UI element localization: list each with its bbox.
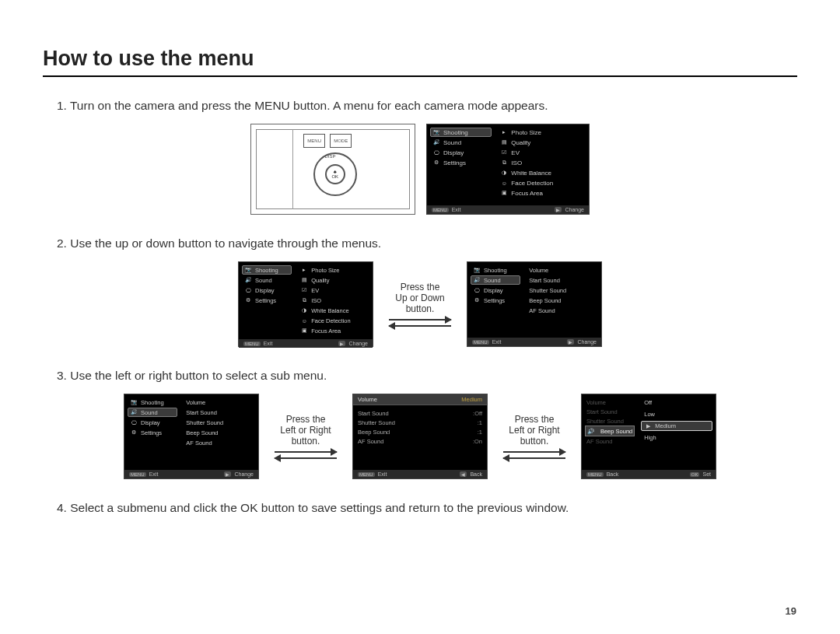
- page-title: How to use the menu: [43, 47, 797, 77]
- tab-sound: 🔊Sound: [430, 138, 492, 147]
- sub-photo-size: ▸Photo Size: [498, 128, 586, 137]
- lcd-screen-step3-c: Volume Start Sound Shutter Sound 🔊Beep S…: [581, 394, 716, 479]
- sub-start-sound: Start Sound: [527, 275, 598, 285]
- camera-drawing: MENU MODE DISP ♣ OK: [250, 124, 415, 215]
- menu-button-label: MENU: [303, 134, 325, 148]
- sub-focus: ▣Focus Area: [498, 188, 586, 198]
- camera-icon: 📷: [432, 129, 440, 135]
- guide-leftright-a: Press the Left or Right button.: [270, 414, 341, 459]
- guide-leftright-b: Press the Left or Right button.: [499, 414, 570, 459]
- lcd-header-volume: Volume Medium: [353, 394, 487, 405]
- speaker-icon: 🔊: [587, 428, 594, 435]
- tab-display: 🖵Display: [430, 148, 492, 157]
- display-icon: 🖵: [432, 149, 440, 156]
- ok-button-label: ♣ OK: [325, 164, 345, 184]
- step-1-text: 1. Turn on the camera and press the MENU…: [57, 99, 797, 113]
- lcd-screen-step3-a: 📷Shooting 🔊Sound 🖵Display ⚙Settings Volu…: [124, 394, 259, 479]
- step-4-text: 4. Select a submenu and click the OK but…: [57, 501, 797, 515]
- lcd-screen-step3-b: Volume Medium Start Sound:Off Shutter So…: [352, 394, 488, 479]
- step-2-row: 📷Shooting 🔊Sound 🖵Display ⚙Settings ▸Pho…: [43, 261, 797, 347]
- lcd-screen-step2-left: 📷Shooting 🔊Sound 🖵Display ⚙Settings ▸Pho…: [238, 261, 373, 347]
- dpad-icon: ♣ OK: [313, 152, 357, 196]
- sub-face: ☺Face Detection: [498, 178, 586, 187]
- lcd-footer: MENUExit ▶Change: [427, 205, 589, 214]
- step-2-text: 2. Use the up or down button to navigate…: [57, 236, 797, 250]
- speaker-icon: 🔊: [432, 139, 440, 145]
- arrows-icon: [384, 319, 456, 327]
- sub-beep-sound: Beep Sound: [527, 296, 598, 305]
- option-low: Low: [641, 409, 712, 419]
- lcd-screen-shooting: 📷Shooting 🔊Sound 🖵Display ⚙Settings ▸Pho…: [426, 124, 590, 215]
- step-3-text: 3. Use the left or right button to selec…: [57, 369, 797, 383]
- sub-wb: ◑White Balance: [498, 168, 586, 177]
- option-off: Off: [641, 398, 712, 408]
- sub-shutter-sound: Shutter Sound: [527, 285, 598, 295]
- page-number: 19: [786, 605, 796, 617]
- sub-quality: ▤Quality: [498, 138, 586, 147]
- guide-updown: Press the Up or Down button.: [384, 282, 456, 327]
- tab-shooting: 📷Shooting: [430, 128, 492, 137]
- sub-iso: ⧉ISO: [498, 158, 586, 167]
- sub-af-sound: AF Sound: [527, 306, 598, 315]
- tab-settings: ⚙Settings: [430, 158, 492, 167]
- option-medium: ▶Medium: [641, 421, 712, 431]
- step-3-row: 📷Shooting 🔊Sound 🖵Display ⚙Settings Volu…: [43, 394, 797, 479]
- step-1-row: MENU MODE DISP ♣ OK 📷Shooting 🔊Sound 🖵Di…: [43, 124, 797, 215]
- mode-button-label: MODE: [330, 134, 352, 148]
- lcd-screen-step2-right: 📷Shooting 🔊Sound 🖵Display ⚙Settings Volu…: [467, 261, 602, 347]
- gear-icon: ⚙: [432, 159, 440, 166]
- sub-ev: ☑EV: [498, 148, 586, 157]
- sub-volume: Volume: [527, 265, 598, 275]
- option-high: High: [641, 433, 712, 443]
